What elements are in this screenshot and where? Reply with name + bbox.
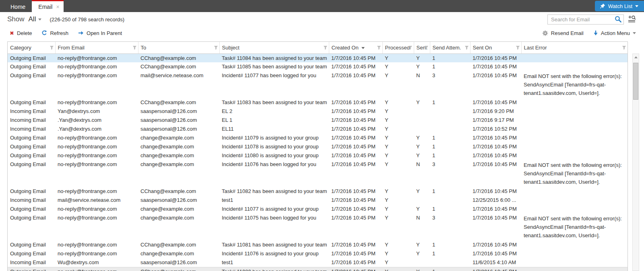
refresh-button[interactable]: Refresh: [41, 30, 68, 36]
filter-icon[interactable]: [516, 45, 520, 50]
column-header-processed[interactable]: Processed: [382, 42, 414, 53]
toolbar-right: Resend Email Action Menu: [542, 30, 636, 36]
column-header-subject[interactable]: Subject: [219, 42, 329, 53]
email-row[interactable]: Incoming EmailYan@dextrys.comsaaspersona…: [8, 107, 627, 116]
cell-to: saaspersonal@126.com: [138, 107, 219, 116]
cell-processed: Y: [382, 107, 414, 116]
search-input[interactable]: [548, 16, 614, 23]
filter-icon[interactable]: [408, 45, 413, 50]
column-header-send_attempts[interactable]: Send Attem.: [430, 42, 470, 53]
tab-email[interactable]: Email ×: [32, 0, 63, 12]
column-header-category[interactable]: Category: [8, 42, 55, 53]
email-row[interactable]: Incoming Email.Yan@dextrys.comsaasperson…: [8, 125, 627, 133]
tab-bar: Home Email × Watch List: [0, 0, 644, 12]
scrollbar-thumb[interactable]: [633, 63, 638, 100]
resend-email-button[interactable]: Resend Email: [542, 30, 584, 36]
tab-home-label: Home: [10, 4, 25, 10]
cell-sent_on: 1/7/2016 10:45 PM: [470, 53, 521, 62]
advanced-search-icon[interactable]: [627, 14, 636, 24]
email-row[interactable]: Outgoing Emailno-reply@frontrange.comcha…: [8, 249, 627, 258]
cell-created_on: 1/7/2016 10:45 PM: [329, 62, 382, 71]
show-filter-dropdown[interactable]: All: [29, 15, 42, 23]
cell-subject: Incident# 11079 is assigned to your grou…: [219, 133, 329, 142]
watch-list-label: Watch List: [608, 3, 632, 9]
search-icon[interactable]: [614, 15, 623, 24]
cell-processed: Y: [382, 151, 414, 160]
column-label-sent_on: Sent On: [473, 45, 492, 51]
vertical-scrollbar[interactable]: [632, 53, 639, 271]
email-row[interactable]: Outgoing Emailno-reply@frontrange.comcha…: [8, 205, 627, 214]
refresh-label: Refresh: [50, 30, 68, 36]
email-row[interactable]: Outgoing Emailno-reply@frontrange.comCCh…: [8, 187, 627, 196]
cell-sent_on: 1/7/2016 10:45 PM: [470, 62, 521, 71]
email-row[interactable]: Outgoing Emailno-reply@frontrange.comCCh…: [8, 53, 627, 62]
cell-last_error: [521, 107, 627, 116]
cell-send_attempts: [430, 125, 470, 133]
column-header-from[interactable]: From Email: [55, 42, 138, 53]
email-row[interactable]: Incoming EmailWu@dextrys.comsaaspersonal…: [8, 258, 627, 267]
scroll-up-button[interactable]: [633, 54, 639, 60]
cell-send_attempts: 1: [430, 62, 470, 71]
cell-sent: [414, 116, 430, 125]
cell-subject: Task# 11085 has been assigned to your te…: [219, 62, 329, 71]
delete-button[interactable]: ✖ Delete: [10, 30, 32, 36]
column-header-last_error[interactable]: Last Error: [521, 42, 627, 53]
cell-to: saaspersonal@126.com: [138, 125, 219, 133]
email-row[interactable]: Outgoing Emailno-reply@frontrange.comCCh…: [8, 62, 627, 71]
cell-send_attempts: 1: [430, 187, 470, 196]
cell-created_on: 1/7/2016 10:45 PM: [329, 214, 382, 240]
email-row[interactable]: Outgoing Emailno-reply@frontrange.comCCh…: [8, 98, 627, 107]
filter-icon[interactable]: [377, 45, 381, 50]
filter-icon[interactable]: [622, 45, 626, 50]
arrow-down-icon: [593, 30, 598, 36]
show-filter-value: All: [29, 15, 36, 23]
cell-sent: [414, 107, 430, 116]
column-header-created_on[interactable]: Created On: [329, 42, 382, 53]
cell-created_on: 1/7/2016 10:45 PM: [329, 205, 382, 214]
cell-category: Outgoing Email: [8, 240, 55, 249]
cell-sent: Y: [414, 133, 430, 142]
email-row[interactable]: Outgoing Emailno-reply@frontrange.comcha…: [8, 151, 627, 160]
email-row[interactable]: Outgoing Emailno-reply@frontrange.comcha…: [8, 142, 627, 151]
email-row[interactable]: Outgoing Emailno-reply@frontrange.comCCh…: [8, 267, 627, 271]
email-row[interactable]: Incoming Emailmail@service.netease.comsa…: [8, 196, 627, 205]
cell-processed: Y: [382, 240, 414, 249]
cell-created_on: 1/7/2016 10:45 PM: [329, 107, 382, 116]
cell-processed: Y: [382, 160, 414, 187]
close-tab-icon[interactable]: ×: [56, 4, 59, 10]
filter-icon[interactable]: [50, 45, 54, 50]
column-header-to[interactable]: To: [138, 42, 219, 53]
tab-home[interactable]: Home: [4, 0, 32, 12]
filter-icon[interactable]: [424, 45, 429, 50]
cell-sent_on: 1/7/2016 10:45 PM: [470, 160, 521, 187]
filter-icon[interactable]: [464, 45, 469, 50]
cell-from: .Yan@dextrys.com: [55, 125, 138, 133]
column-header-sent_on[interactable]: Sent On: [470, 42, 521, 53]
email-row[interactable]: Outgoing Emailno-reply@frontrange.comcha…: [8, 214, 627, 240]
cell-from: no-reply@frontrange.com: [55, 267, 138, 271]
email-row[interactable]: Outgoing Emailno-reply@frontrange.comCCh…: [8, 240, 627, 249]
watch-list-button[interactable]: Watch List: [595, 1, 644, 11]
email-grid: CategoryFrom EmailToSubjectCreated OnPro…: [7, 41, 639, 271]
cell-processed: Y: [382, 116, 414, 125]
cell-sent: Y: [414, 267, 430, 271]
cell-subject: Incident# 11078 is assigned to your grou…: [219, 142, 329, 151]
email-row[interactable]: Incoming Email.Yan@dextrys.comsaasperson…: [8, 116, 627, 125]
filter-icon[interactable]: [214, 45, 218, 50]
email-row[interactable]: Outgoing Emailno-reply@frontrange.comcha…: [8, 160, 627, 187]
cell-category: Incoming Email: [8, 107, 55, 116]
cell-from: no-reply@frontrange.com: [55, 133, 138, 142]
column-header-sent[interactable]: Sent: [414, 42, 430, 53]
column-label-from: From Email: [58, 45, 85, 51]
cell-category: Incoming Email: [8, 196, 55, 205]
filter-icon[interactable]: [323, 45, 328, 50]
email-row[interactable]: Outgoing Emailno-reply@frontrange.comcha…: [8, 133, 627, 142]
cell-sent: Y: [414, 98, 430, 107]
cell-sent_on: 1/7/2016 10:45 PM: [470, 151, 521, 160]
action-menu-button[interactable]: Action Menu: [593, 30, 636, 36]
open-in-parent-button[interactable]: Open In Parent: [78, 30, 122, 36]
email-row[interactable]: Outgoing Emailno-reply@frontrange.commai…: [8, 71, 627, 98]
cell-subject: Incident# 11076 is assigned to your grou…: [219, 249, 329, 258]
cell-created_on: 1/7/2016 10:45 PM: [329, 125, 382, 133]
filter-icon[interactable]: [132, 45, 137, 50]
